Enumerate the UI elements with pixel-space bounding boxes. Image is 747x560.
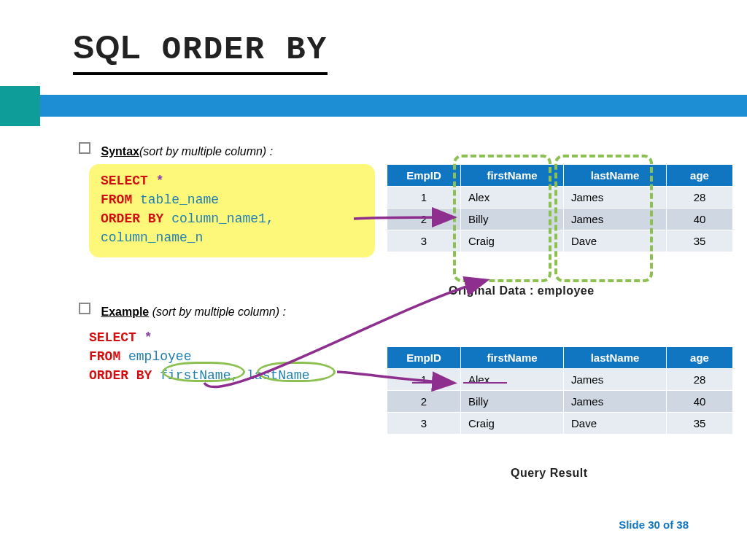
th-lastname: lastName [564, 347, 667, 369]
bullet-example-sub: (sort by multiple column) : [149, 306, 286, 318]
table-row: 2 Billy James 40 [387, 391, 733, 413]
slide: SQL ORDER BY Syntax(sort by multiple col… [0, 0, 747, 560]
code-line: column_name_n [101, 228, 363, 247]
bullet-icon [79, 303, 90, 314]
th-empid: EmpID [387, 347, 461, 369]
accent-box [0, 86, 40, 126]
caption-result: Query Result [511, 467, 588, 480]
th-age: age [667, 347, 733, 369]
bullet-syntax-sub: (sort by multiple column) : [139, 145, 273, 158]
bullet-example: Example (sort by multiple column) : [79, 303, 286, 319]
title-orderby: ORDER BY [141, 31, 328, 68]
highlight-firstname-code [162, 362, 245, 382]
bullet-icon [79, 142, 90, 154]
table-row: 3 Craig Dave 35 [387, 413, 733, 435]
th-empid: EmpID [387, 165, 461, 187]
code-line: ORDER BY column_name1, [101, 209, 363, 228]
code-syntax: SELECT * FROM table_name ORDER BY column… [89, 164, 375, 257]
code-line: SELECT * [101, 171, 363, 190]
table-row: 1 Alex James 28 [387, 369, 733, 391]
bullet-syntax-label: Syntax [101, 145, 139, 158]
page-title: SQL ORDER BY [73, 29, 328, 75]
bullet-syntax: Syntax(sort by multiple column) : [79, 142, 273, 158]
caption-original: Original Data : employee [449, 284, 595, 298]
code-line: FROM table_name [101, 190, 363, 209]
bullet-example-label: Example [101, 306, 149, 318]
highlight-lastname-code [257, 362, 336, 382]
title-sql: SQL [73, 29, 141, 65]
table-result: EmpID firstName lastName age 1 Alex Jame… [387, 346, 733, 435]
code-line: SELECT * [89, 328, 309, 347]
highlight-firstname-col [453, 155, 551, 282]
accent-bar [0, 95, 747, 117]
highlight-lastname-col [554, 155, 653, 282]
slide-footer: Slide 30 of 38 [619, 518, 689, 531]
th-firstname: firstName [461, 347, 564, 369]
th-age: age [667, 165, 733, 187]
